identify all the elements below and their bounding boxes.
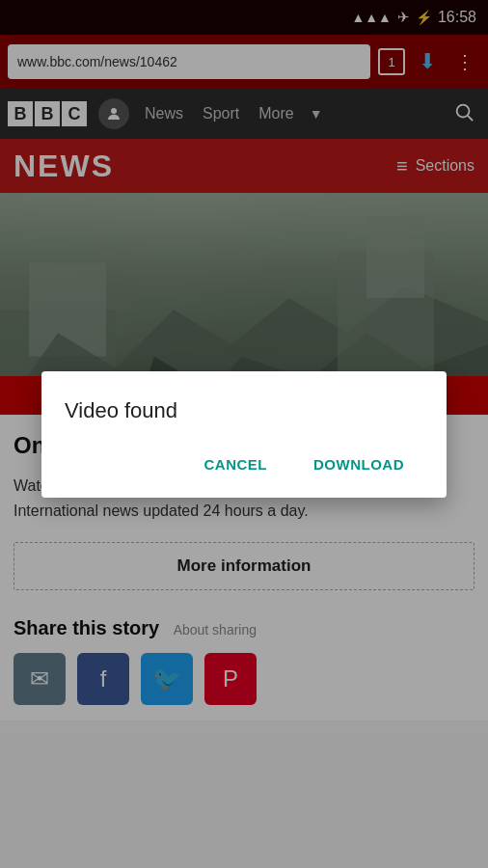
dialog-title: Video found bbox=[65, 398, 423, 423]
dialog-buttons: CANCEL DOWNLOAD bbox=[65, 447, 423, 482]
video-found-dialog: Video found CANCEL DOWNLOAD bbox=[41, 371, 447, 498]
cancel-button[interactable]: CANCEL bbox=[185, 447, 287, 482]
dialog-overlay: Video found CANCEL DOWNLOAD bbox=[0, 0, 488, 868]
download-button[interactable]: DOWNLOAD bbox=[294, 447, 423, 482]
